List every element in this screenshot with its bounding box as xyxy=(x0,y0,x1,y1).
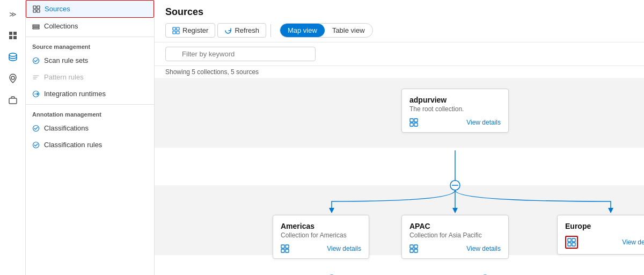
table-view-button[interactable]: Table view xyxy=(325,24,372,37)
classifications-icon xyxy=(32,125,40,132)
main-content: Sources Register Refresh xyxy=(155,0,644,275)
svg-point-16 xyxy=(33,125,39,131)
card-europe-view-details[interactable]: View details xyxy=(622,238,644,246)
svg-rect-35 xyxy=(286,245,289,248)
expand-icon[interactable]: ≫ xyxy=(3,4,23,24)
svg-point-14 xyxy=(33,57,39,63)
card-apac-title: APAC xyxy=(409,222,501,230)
svg-rect-48 xyxy=(568,238,571,242)
view-toggle-group: Map view Table view xyxy=(280,23,373,38)
svg-rect-43 xyxy=(410,249,413,252)
card-adpurview: adpurview The root collection. View deta… xyxy=(401,89,509,133)
card-americas-view-details[interactable]: View details xyxy=(327,245,361,252)
card-apac: APAC Collection for Asia Pacific View de… xyxy=(401,215,509,259)
sidebar-item-classifications[interactable]: Classifications xyxy=(26,120,154,136)
card-europe-grid-icon xyxy=(565,236,578,249)
bg-band-top xyxy=(155,78,644,148)
filter-bar xyxy=(155,42,644,66)
card-europe-title: Europe xyxy=(565,222,644,230)
svg-rect-8 xyxy=(37,6,40,9)
table-view-label: Table view xyxy=(332,26,365,34)
classification-rules-icon xyxy=(32,141,40,149)
map-icon[interactable] xyxy=(3,69,23,88)
sidebar-integration-runtimes-label: Integration runtimes xyxy=(44,90,106,98)
home-icon[interactable] xyxy=(3,26,23,45)
sidebar: Sources Collections Source management Sc… xyxy=(26,0,155,275)
svg-rect-36 xyxy=(281,249,284,252)
svg-rect-34 xyxy=(281,245,284,248)
register-button[interactable]: Register xyxy=(165,23,215,38)
map-view-label: Map view xyxy=(288,26,317,34)
svg-rect-9 xyxy=(33,10,36,12)
svg-rect-6 xyxy=(9,98,17,104)
svg-rect-44 xyxy=(414,249,418,252)
svg-rect-31 xyxy=(414,119,418,122)
toolbar-divider xyxy=(270,24,271,37)
svg-rect-0 xyxy=(9,32,12,35)
sidebar-classifications-label: Classifications xyxy=(44,124,89,132)
section-source-management: Source management xyxy=(26,39,154,52)
map-view-button[interactable]: Map view xyxy=(280,24,325,37)
card-apac-footer: View details xyxy=(409,244,501,253)
card-americas: Americas Collection for Americas View de… xyxy=(273,215,369,259)
filter-wrapper xyxy=(165,47,316,61)
refresh-button[interactable]: Refresh xyxy=(217,23,266,38)
svg-rect-37 xyxy=(286,249,289,252)
sidebar-sources-label: Sources xyxy=(45,5,70,13)
card-apac-subtitle: Collection for Asia Pacific xyxy=(409,231,501,239)
svg-rect-18 xyxy=(173,27,175,30)
page-title: Sources xyxy=(165,6,633,18)
refresh-icon xyxy=(224,27,232,34)
card-americas-title: Americas xyxy=(281,222,361,230)
sidebar-classification-rules-label: Classification rules xyxy=(44,141,102,149)
card-adpurview-view-details[interactable]: View details xyxy=(466,119,501,126)
card-apac-grid-icon xyxy=(409,244,418,253)
svg-rect-13 xyxy=(33,28,39,29)
card-adpurview-grid-icon xyxy=(409,118,418,127)
card-apac-view-details[interactable]: View details xyxy=(466,245,501,252)
svg-rect-2 xyxy=(9,36,12,39)
svg-point-4 xyxy=(9,53,17,56)
collections-icon xyxy=(32,23,40,30)
svg-rect-30 xyxy=(410,119,413,122)
sidebar-item-classification-rules[interactable]: Classification rules xyxy=(26,136,154,153)
map-area: adpurview The root collection. View deta… xyxy=(155,78,644,275)
svg-rect-19 xyxy=(177,27,179,30)
data-catalog-icon[interactable] xyxy=(3,47,23,67)
sidebar-scan-rule-sets-label: Scan rule sets xyxy=(44,56,88,64)
briefcase-icon[interactable] xyxy=(3,90,23,110)
filter-input[interactable] xyxy=(165,47,316,61)
svg-rect-41 xyxy=(410,245,413,248)
svg-rect-20 xyxy=(173,31,175,34)
integration-icon xyxy=(32,90,40,98)
svg-rect-7 xyxy=(33,6,36,9)
svg-rect-12 xyxy=(33,26,39,27)
card-adpurview-footer: View details xyxy=(409,118,501,127)
svg-rect-21 xyxy=(177,31,179,34)
sidebar-item-integration-runtimes[interactable]: Integration runtimes xyxy=(26,85,154,102)
sidebar-collections-label: Collections xyxy=(44,22,78,30)
showing-text: Showing 5 collections, 5 sources xyxy=(155,66,644,78)
svg-rect-50 xyxy=(568,243,571,246)
icon-rail: ≫ xyxy=(0,0,26,275)
svg-rect-42 xyxy=(414,245,418,248)
svg-rect-51 xyxy=(572,243,575,246)
scan-rules-icon xyxy=(32,57,40,64)
svg-rect-33 xyxy=(414,123,418,126)
svg-rect-11 xyxy=(33,25,39,26)
svg-rect-49 xyxy=(572,238,575,242)
sidebar-item-sources[interactable]: Sources xyxy=(26,0,154,18)
svg-rect-1 xyxy=(13,32,17,35)
card-europe: Europe View details xyxy=(557,215,644,255)
sidebar-item-collections[interactable]: Collections xyxy=(26,18,154,34)
card-americas-grid-icon xyxy=(281,244,289,253)
pattern-rules-icon xyxy=(32,74,40,81)
main-header: Sources Register Refresh xyxy=(155,0,644,42)
svg-rect-3 xyxy=(13,36,17,39)
refresh-label: Refresh xyxy=(235,26,259,34)
sidebar-item-scan-rule-sets[interactable]: Scan rule sets xyxy=(26,52,154,69)
sources-icon xyxy=(33,5,40,13)
svg-rect-32 xyxy=(410,123,413,126)
sidebar-item-pattern-rules: Pattern rules xyxy=(26,69,154,85)
svg-point-17 xyxy=(33,142,39,148)
